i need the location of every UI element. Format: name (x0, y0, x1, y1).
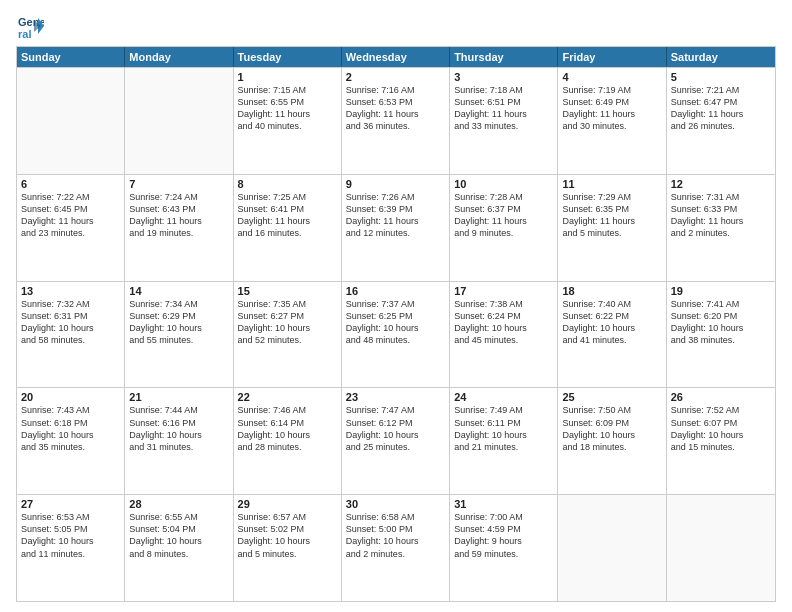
day-number: 10 (454, 178, 553, 190)
day-number: 7 (129, 178, 228, 190)
calendar-cell-empty-0-0 (17, 68, 125, 174)
calendar-cell-31: 31Sunrise: 7:00 AM Sunset: 4:59 PM Dayli… (450, 495, 558, 601)
day-number: 23 (346, 391, 445, 403)
cell-info: Sunrise: 7:46 AM Sunset: 6:14 PM Dayligh… (238, 404, 337, 453)
weekday-header-saturday: Saturday (667, 47, 775, 67)
weekday-header-wednesday: Wednesday (342, 47, 450, 67)
day-number: 18 (562, 285, 661, 297)
day-number: 19 (671, 285, 771, 297)
calendar-header-row: SundayMondayTuesdayWednesdayThursdayFrid… (17, 47, 775, 67)
day-number: 17 (454, 285, 553, 297)
calendar-cell-empty-4-6 (667, 495, 775, 601)
calendar-cell-26: 26Sunrise: 7:52 AM Sunset: 6:07 PM Dayli… (667, 388, 775, 494)
calendar-cell-18: 18Sunrise: 7:40 AM Sunset: 6:22 PM Dayli… (558, 282, 666, 388)
cell-info: Sunrise: 7:15 AM Sunset: 6:55 PM Dayligh… (238, 84, 337, 133)
calendar-cell-11: 11Sunrise: 7:29 AM Sunset: 6:35 PM Dayli… (558, 175, 666, 281)
cell-info: Sunrise: 7:32 AM Sunset: 6:31 PM Dayligh… (21, 298, 120, 347)
weekday-header-friday: Friday (558, 47, 666, 67)
svg-text:ral: ral (18, 28, 31, 40)
day-number: 21 (129, 391, 228, 403)
day-number: 6 (21, 178, 120, 190)
day-number: 1 (238, 71, 337, 83)
cell-info: Sunrise: 6:55 AM Sunset: 5:04 PM Dayligh… (129, 511, 228, 560)
header: Gene ral (16, 12, 776, 40)
cell-info: Sunrise: 6:53 AM Sunset: 5:05 PM Dayligh… (21, 511, 120, 560)
calendar-row-2: 13Sunrise: 7:32 AM Sunset: 6:31 PM Dayli… (17, 281, 775, 388)
calendar-cell-6: 6Sunrise: 7:22 AM Sunset: 6:45 PM Daylig… (17, 175, 125, 281)
calendar-cell-17: 17Sunrise: 7:38 AM Sunset: 6:24 PM Dayli… (450, 282, 558, 388)
calendar-cell-10: 10Sunrise: 7:28 AM Sunset: 6:37 PM Dayli… (450, 175, 558, 281)
calendar-cell-13: 13Sunrise: 7:32 AM Sunset: 6:31 PM Dayli… (17, 282, 125, 388)
calendar-cell-22: 22Sunrise: 7:46 AM Sunset: 6:14 PM Dayli… (234, 388, 342, 494)
cell-info: Sunrise: 7:44 AM Sunset: 6:16 PM Dayligh… (129, 404, 228, 453)
cell-info: Sunrise: 7:25 AM Sunset: 6:41 PM Dayligh… (238, 191, 337, 240)
day-number: 9 (346, 178, 445, 190)
weekday-header-monday: Monday (125, 47, 233, 67)
cell-info: Sunrise: 7:18 AM Sunset: 6:51 PM Dayligh… (454, 84, 553, 133)
calendar-cell-16: 16Sunrise: 7:37 AM Sunset: 6:25 PM Dayli… (342, 282, 450, 388)
calendar-cell-21: 21Sunrise: 7:44 AM Sunset: 6:16 PM Dayli… (125, 388, 233, 494)
day-number: 25 (562, 391, 661, 403)
calendar-cell-28: 28Sunrise: 6:55 AM Sunset: 5:04 PM Dayli… (125, 495, 233, 601)
calendar-row-0: 1Sunrise: 7:15 AM Sunset: 6:55 PM Daylig… (17, 67, 775, 174)
cell-info: Sunrise: 7:31 AM Sunset: 6:33 PM Dayligh… (671, 191, 771, 240)
cell-info: Sunrise: 7:29 AM Sunset: 6:35 PM Dayligh… (562, 191, 661, 240)
logo-icon: Gene ral (16, 12, 44, 40)
day-number: 5 (671, 71, 771, 83)
calendar-cell-30: 30Sunrise: 6:58 AM Sunset: 5:00 PM Dayli… (342, 495, 450, 601)
cell-info: Sunrise: 7:16 AM Sunset: 6:53 PM Dayligh… (346, 84, 445, 133)
calendar-cell-empty-4-5 (558, 495, 666, 601)
page: Gene ral SundayMondayTuesdayWednesdayThu… (0, 0, 792, 612)
cell-info: Sunrise: 7:38 AM Sunset: 6:24 PM Dayligh… (454, 298, 553, 347)
day-number: 29 (238, 498, 337, 510)
day-number: 11 (562, 178, 661, 190)
calendar-body: 1Sunrise: 7:15 AM Sunset: 6:55 PM Daylig… (17, 67, 775, 601)
calendar-cell-2: 2Sunrise: 7:16 AM Sunset: 6:53 PM Daylig… (342, 68, 450, 174)
day-number: 31 (454, 498, 553, 510)
day-number: 8 (238, 178, 337, 190)
day-number: 16 (346, 285, 445, 297)
cell-info: Sunrise: 7:49 AM Sunset: 6:11 PM Dayligh… (454, 404, 553, 453)
calendar-cell-27: 27Sunrise: 6:53 AM Sunset: 5:05 PM Dayli… (17, 495, 125, 601)
calendar-row-3: 20Sunrise: 7:43 AM Sunset: 6:18 PM Dayli… (17, 387, 775, 494)
day-number: 24 (454, 391, 553, 403)
calendar-cell-5: 5Sunrise: 7:21 AM Sunset: 6:47 PM Daylig… (667, 68, 775, 174)
cell-info: Sunrise: 7:43 AM Sunset: 6:18 PM Dayligh… (21, 404, 120, 453)
day-number: 15 (238, 285, 337, 297)
day-number: 2 (346, 71, 445, 83)
calendar: SundayMondayTuesdayWednesdayThursdayFrid… (16, 46, 776, 602)
logo: Gene ral (16, 12, 46, 40)
cell-info: Sunrise: 6:58 AM Sunset: 5:00 PM Dayligh… (346, 511, 445, 560)
calendar-cell-19: 19Sunrise: 7:41 AM Sunset: 6:20 PM Dayli… (667, 282, 775, 388)
weekday-header-sunday: Sunday (17, 47, 125, 67)
calendar-cell-29: 29Sunrise: 6:57 AM Sunset: 5:02 PM Dayli… (234, 495, 342, 601)
cell-info: Sunrise: 7:21 AM Sunset: 6:47 PM Dayligh… (671, 84, 771, 133)
cell-info: Sunrise: 7:35 AM Sunset: 6:27 PM Dayligh… (238, 298, 337, 347)
cell-info: Sunrise: 7:50 AM Sunset: 6:09 PM Dayligh… (562, 404, 661, 453)
day-number: 13 (21, 285, 120, 297)
calendar-cell-8: 8Sunrise: 7:25 AM Sunset: 6:41 PM Daylig… (234, 175, 342, 281)
calendar-cell-14: 14Sunrise: 7:34 AM Sunset: 6:29 PM Dayli… (125, 282, 233, 388)
cell-info: Sunrise: 7:00 AM Sunset: 4:59 PM Dayligh… (454, 511, 553, 560)
calendar-cell-1: 1Sunrise: 7:15 AM Sunset: 6:55 PM Daylig… (234, 68, 342, 174)
calendar-cell-15: 15Sunrise: 7:35 AM Sunset: 6:27 PM Dayli… (234, 282, 342, 388)
day-number: 22 (238, 391, 337, 403)
day-number: 30 (346, 498, 445, 510)
calendar-row-1: 6Sunrise: 7:22 AM Sunset: 6:45 PM Daylig… (17, 174, 775, 281)
weekday-header-thursday: Thursday (450, 47, 558, 67)
calendar-cell-9: 9Sunrise: 7:26 AM Sunset: 6:39 PM Daylig… (342, 175, 450, 281)
day-number: 3 (454, 71, 553, 83)
day-number: 20 (21, 391, 120, 403)
calendar-cell-7: 7Sunrise: 7:24 AM Sunset: 6:43 PM Daylig… (125, 175, 233, 281)
cell-info: Sunrise: 7:26 AM Sunset: 6:39 PM Dayligh… (346, 191, 445, 240)
day-number: 26 (671, 391, 771, 403)
calendar-cell-12: 12Sunrise: 7:31 AM Sunset: 6:33 PM Dayli… (667, 175, 775, 281)
day-number: 14 (129, 285, 228, 297)
cell-info: Sunrise: 7:24 AM Sunset: 6:43 PM Dayligh… (129, 191, 228, 240)
weekday-header-tuesday: Tuesday (234, 47, 342, 67)
calendar-cell-20: 20Sunrise: 7:43 AM Sunset: 6:18 PM Dayli… (17, 388, 125, 494)
cell-info: Sunrise: 7:19 AM Sunset: 6:49 PM Dayligh… (562, 84, 661, 133)
cell-info: Sunrise: 7:28 AM Sunset: 6:37 PM Dayligh… (454, 191, 553, 240)
cell-info: Sunrise: 7:40 AM Sunset: 6:22 PM Dayligh… (562, 298, 661, 347)
calendar-cell-23: 23Sunrise: 7:47 AM Sunset: 6:12 PM Dayli… (342, 388, 450, 494)
